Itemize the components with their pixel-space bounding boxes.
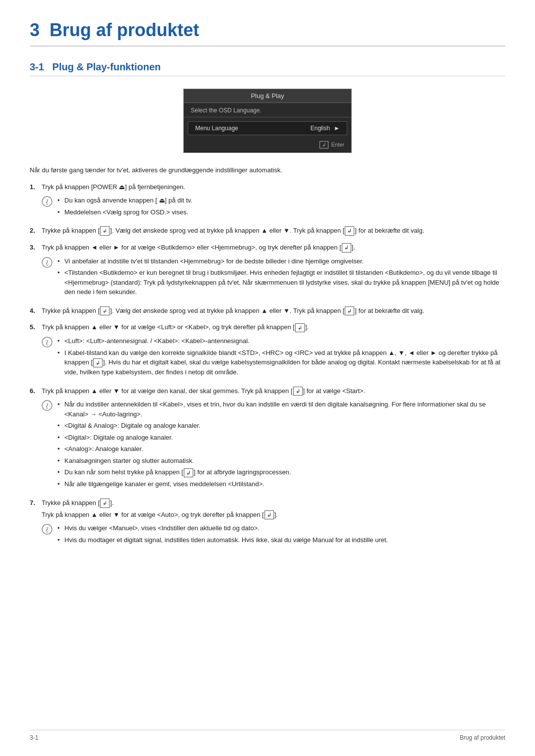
step-6-note-7: Når alle tilgængelige kanaler er gemt, v… bbox=[57, 479, 505, 489]
step-6-note-6: Du kan når som helst trykke på knappen [… bbox=[57, 467, 505, 477]
step-1-note-content: Du kan også anvende knappen [ ⏏] på dit … bbox=[57, 196, 505, 219]
section-header: 3-1 Plug & Play-funktionen bbox=[30, 61, 505, 76]
step-1-note-1: Du kan også anvende knappen [ ⏏] på dit … bbox=[57, 196, 505, 205]
osd-title-bar: Plug & Play bbox=[184, 89, 351, 103]
step-1-notes: Du kan også anvende knappen [ ⏏] på dit … bbox=[42, 196, 505, 219]
step-1-number: 1. bbox=[30, 182, 40, 192]
step-3-notes: Vi anbefaler at indstille tv'et til tils… bbox=[42, 256, 505, 299]
osd-subtitle: Select the OSD Language. bbox=[184, 103, 351, 117]
step-5-notes: <Luft>: <Luft>-antennesignal. / <Kabel>:… bbox=[42, 336, 505, 379]
step-1-text: Tryk på knappen [POWER ⏏] på fjernbetjen… bbox=[42, 182, 505, 192]
step-2-number: 2. bbox=[30, 226, 40, 236]
step-5: 5. Tryk på knappen ▲ eller ▼ for at vælg… bbox=[30, 322, 505, 379]
step-3: 3. Tryk på knappen ◄ eller ► for at vælg… bbox=[30, 243, 505, 299]
svg-point-5 bbox=[47, 345, 48, 346]
step-6-note-3: <Digital>: Digitale og analoge kanaler. bbox=[57, 433, 505, 443]
step-6-text: Tryk på knappen ▲ eller ▼ for at vælge d… bbox=[42, 386, 505, 396]
svg-point-3 bbox=[47, 265, 48, 266]
step-7: 7. Trykke på knappen [↲]. Tryk på knappe… bbox=[30, 498, 505, 547]
step-6-note-1: Når du indstiller antennekilden til <Kab… bbox=[57, 400, 505, 419]
step-1-note-2: Meddelelsen <Vælg sprog for OSD.> vises. bbox=[57, 207, 505, 217]
step-7-number: 7. bbox=[30, 498, 40, 508]
svg-point-1 bbox=[47, 204, 48, 205]
step-6: 6. Tryk på knappen ▲ eller ▼ for at vælg… bbox=[30, 386, 505, 491]
page-footer: 3-1 Brug af produktet bbox=[30, 730, 505, 741]
step-7-subtext: Tryk på knappen ▲ eller ▼ for at vælge <… bbox=[42, 510, 505, 520]
step-6-note-4: <Analog>: Analoge kanaler. bbox=[57, 444, 505, 454]
osd-footer: ↲ Enter bbox=[184, 139, 351, 152]
step-3-note-1: Vi anbefaler at indstille tv'et til tils… bbox=[57, 256, 505, 266]
step-2-text: Trykke på knappen [↲]. Vælg det ønskede … bbox=[42, 226, 505, 236]
step-6-note-5: Kanalsøgningen starter og slutter automa… bbox=[57, 456, 505, 466]
osd-menu-label: Menu Language bbox=[195, 125, 311, 132]
step-5-note-2: I Kabel-tilstand kan du vælge den korrek… bbox=[57, 348, 505, 377]
step-6-number: 6. bbox=[30, 386, 40, 396]
footer-left: 3-1 bbox=[30, 734, 38, 741]
step-7-note-content: Hvis du vælger <Manuel>, vises <Indstill… bbox=[57, 523, 505, 547]
svg-point-7 bbox=[47, 408, 48, 409]
step-4-number: 4. bbox=[30, 306, 40, 316]
step-4-text: Trykke på knappen [↲]. Vælg det ønskede … bbox=[42, 306, 505, 316]
step-7-text: Trykke på knappen [↲]. bbox=[42, 498, 505, 508]
note-icon-6 bbox=[42, 400, 54, 412]
osd-dialog: Plug & Play Select the OSD Language. Men… bbox=[183, 89, 352, 153]
intro-text: Når du første gang tænder for tv'et, akt… bbox=[30, 165, 505, 175]
svg-point-9 bbox=[47, 532, 48, 533]
step-1: 1. Tryk på knappen [POWER ⏏] på fjernbet… bbox=[30, 182, 505, 219]
step-3-note-2: <Tilstanden <Butikdemo> er kun beregnet … bbox=[57, 268, 505, 297]
step-5-number: 5. bbox=[30, 322, 40, 332]
osd-arrow-icon: ► bbox=[334, 125, 340, 132]
osd-enter-icon: ↲ bbox=[320, 141, 328, 149]
step-5-text: Tryk på knappen ▲ eller ▼ for at vælge <… bbox=[42, 322, 505, 332]
note-icon-1 bbox=[42, 196, 54, 208]
note-icon-3 bbox=[42, 257, 54, 269]
osd-menu-value: English bbox=[311, 125, 330, 132]
step-3-number: 3. bbox=[30, 243, 40, 252]
step-3-note-content: Vi anbefaler at indstille tv'et til tils… bbox=[57, 256, 505, 299]
step-7-note-1: Hvis du vælger <Manuel>, vises <Indstill… bbox=[57, 523, 505, 533]
step-6-notes: Når du indstiller antennekilden til <Kab… bbox=[42, 400, 505, 491]
note-icon-7 bbox=[42, 524, 54, 536]
step-7-notes: Hvis du vælger <Manuel>, vises <Indstill… bbox=[42, 523, 505, 547]
step-6-note-content: Når du indstiller antennekilden til <Kab… bbox=[57, 400, 505, 491]
step-5-note-1: <Luft>: <Luft>-antennesignal. / <Kabel>:… bbox=[57, 336, 505, 346]
osd-menu-row: Menu Language English ► bbox=[188, 121, 347, 135]
step-6-note-2: <Digital & Analog>: Digitale og analoge … bbox=[57, 421, 505, 431]
step-4: 4. Trykke på knappen [↲]. Vælg det ønske… bbox=[30, 306, 505, 316]
chapter-title: 3 Brug af produktet bbox=[30, 20, 505, 47]
step-3-text: Tryk på knappen ◄ eller ► for at vælge <… bbox=[42, 243, 505, 252]
footer-right: Brug af produktet bbox=[460, 734, 505, 741]
step-7-note-2: Hvis du modtager et digitalt signal, ind… bbox=[57, 535, 505, 545]
note-icon-5 bbox=[42, 337, 54, 349]
step-5-note-content: <Luft>: <Luft>-antennesignal. / <Kabel>:… bbox=[57, 336, 505, 379]
step-2: 2. Trykke på knappen [↲]. Vælg det ønske… bbox=[30, 226, 505, 236]
